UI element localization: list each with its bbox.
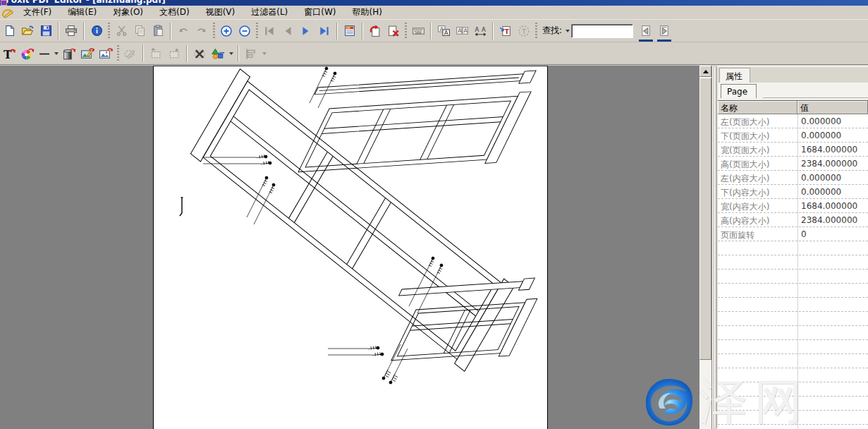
property-value[interactable]: 1684.000000 <box>797 143 868 156</box>
menu-item[interactable]: 对象(O) <box>106 5 149 20</box>
property-row[interactable] <box>718 255 868 270</box>
keyboard-button[interactable] <box>409 22 427 40</box>
zoom-out-button[interactable] <box>236 22 254 40</box>
property-row[interactable]: 高(页面大小)2384.000000 <box>718 157 868 171</box>
shapes-button[interactable] <box>209 44 227 63</box>
property-row[interactable] <box>718 312 868 326</box>
property-value[interactable] <box>797 354 868 368</box>
redo-button[interactable] <box>192 22 211 40</box>
property-value[interactable]: 0.000000 <box>797 128 868 142</box>
bring-forward-button[interactable] <box>147 44 165 63</box>
property-row[interactable] <box>718 298 868 312</box>
find-options-dropdown[interactable] <box>563 23 571 40</box>
shapes-dropdown[interactable] <box>227 45 235 62</box>
undo-button[interactable] <box>174 22 192 40</box>
color-wheel-button[interactable] <box>18 44 37 63</box>
paste-button[interactable] <box>149 22 167 40</box>
property-value[interactable] <box>797 312 868 325</box>
menu-item[interactable]: 窗口(W) <box>298 5 342 20</box>
toolbar-grip[interactable] <box>405 23 407 40</box>
property-row[interactable]: 左(内容大小)0.000000 <box>718 171 868 185</box>
find-prev-button[interactable] <box>637 22 655 40</box>
property-row[interactable] <box>718 397 868 411</box>
clone-button[interactable] <box>121 44 140 63</box>
rotate-page-button[interactable] <box>366 22 384 40</box>
property-row[interactable] <box>718 382 868 397</box>
column-header-value[interactable]: 值 <box>797 101 868 114</box>
property-value[interactable] <box>797 241 868 255</box>
property-value[interactable]: 0.000000 <box>797 114 868 128</box>
prev-page-button[interactable] <box>279 22 297 40</box>
zoom-in-button[interactable] <box>217 22 236 40</box>
property-row[interactable]: 下(内容大小)0.000000 <box>718 185 868 199</box>
save-button[interactable] <box>37 22 55 40</box>
last-page-button[interactable] <box>315 22 334 40</box>
pdf-page[interactable] <box>153 66 548 429</box>
delete-page-button[interactable] <box>384 22 403 40</box>
copy-button[interactable] <box>130 22 149 40</box>
font-replace-button[interactable]: A A <box>434 22 453 40</box>
menu-item[interactable]: 帮助(H) <box>346 5 389 20</box>
property-row[interactable]: 页面旋转0 <box>718 227 868 241</box>
property-value[interactable] <box>797 397 868 410</box>
scrollbar-thumb[interactable] <box>699 78 711 360</box>
page-layout-button[interactable] <box>341 22 359 40</box>
char-kerning-button[interactable]: A A <box>453 22 471 40</box>
align-dropdown[interactable] <box>260 45 268 62</box>
tab-page[interactable]: Page <box>721 84 757 98</box>
property-value[interactable] <box>797 340 868 354</box>
text-ring-button[interactable]: T <box>515 22 533 40</box>
scroll-up-button[interactable] <box>699 66 711 77</box>
property-row[interactable]: 左(页面大小)0.000000 <box>718 114 868 128</box>
property-row[interactable] <box>718 411 868 425</box>
property-value[interactable] <box>797 270 868 283</box>
property-value[interactable] <box>797 284 868 297</box>
property-row[interactable]: 宽(页面大小)1684.000000 <box>718 143 868 157</box>
panel-splitter[interactable] <box>712 66 717 429</box>
property-value[interactable]: 1684.000000 <box>797 199 868 212</box>
property-row[interactable] <box>718 270 868 284</box>
property-row[interactable] <box>718 425 868 429</box>
property-row[interactable] <box>718 354 868 368</box>
replace-image-button[interactable] <box>97 44 115 63</box>
menu-item[interactable]: 视图(V) <box>200 5 242 20</box>
property-value[interactable] <box>797 411 868 424</box>
property-value[interactable] <box>797 255 868 269</box>
new-page-button[interactable] <box>0 22 18 40</box>
property-row[interactable]: 下(页面大小)0.000000 <box>718 128 868 143</box>
column-header-name[interactable]: 名称 <box>718 101 797 114</box>
find-input[interactable] <box>571 24 633 38</box>
property-value[interactable]: 0.000000 <box>797 171 868 184</box>
delete-object-button[interactable] <box>190 44 209 63</box>
char-spacing-button[interactable]: A A <box>471 22 489 40</box>
property-row[interactable]: 宽(内容大小)1684.000000 <box>718 199 868 213</box>
property-value[interactable] <box>797 326 868 339</box>
toolbar-grip[interactable] <box>117 45 119 62</box>
property-row[interactable] <box>718 284 868 298</box>
property-value[interactable]: 2384.000000 <box>797 213 868 226</box>
align-button[interactable] <box>242 44 260 63</box>
toolbar-grip[interactable] <box>535 23 537 40</box>
property-value[interactable] <box>797 382 868 396</box>
menu-item[interactable]: 编辑(E) <box>61 5 103 20</box>
print-button[interactable] <box>62 22 80 40</box>
toolbar-grip[interactable] <box>213 23 215 40</box>
info-button[interactable] <box>87 22 106 40</box>
shading-button[interactable] <box>60 44 78 63</box>
property-value[interactable]: 0.000000 <box>797 185 868 198</box>
edit-image-button[interactable] <box>78 44 97 63</box>
find-next-button[interactable] <box>655 22 673 40</box>
menu-item[interactable]: 文件(F) <box>17 5 58 20</box>
line-style-dropdown[interactable] <box>52 45 60 62</box>
property-value[interactable] <box>797 368 868 382</box>
insert-text-button[interactable]: T <box>496 22 515 40</box>
cut-button[interactable] <box>112 22 130 40</box>
line-style-button[interactable] <box>37 44 52 63</box>
next-page-button[interactable] <box>297 22 315 40</box>
toolbar-grip[interactable] <box>108 23 110 40</box>
open-button[interactable] <box>18 22 37 40</box>
property-row[interactable] <box>718 340 868 354</box>
property-row[interactable] <box>718 368 868 382</box>
vertical-scrollbar[interactable] <box>699 66 711 429</box>
send-backward-button[interactable] <box>165 44 183 63</box>
